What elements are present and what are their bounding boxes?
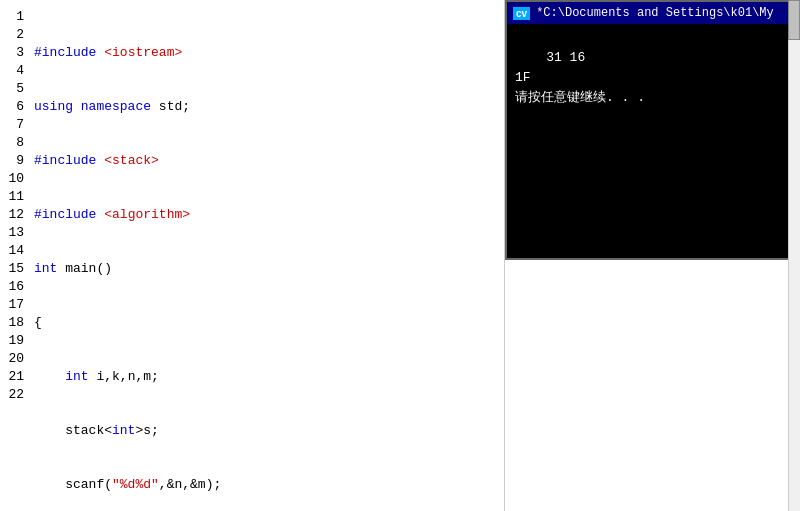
code-line-2: using namespace std; xyxy=(34,98,504,116)
terminal-line-1: 31 16 xyxy=(546,50,585,65)
scrollbar[interactable] xyxy=(788,0,800,511)
code-line-7: int i,k,n,m; xyxy=(34,368,504,386)
code-line-8: stack<int>s; xyxy=(34,422,504,440)
cv-icon: cv xyxy=(513,7,530,20)
terminal-titlebar: cv *C:\Documents and Settings\k01\My xyxy=(507,2,798,24)
code-line-1: #include <iostream> xyxy=(34,44,504,62)
terminal-line-2: 1F xyxy=(515,70,531,85)
code-line-6: { xyxy=(34,314,504,332)
terminal-body: 31 16 1F 请按任意键继续. . . xyxy=(507,24,798,258)
line-numbers: 1 2 3 4 5 6 7 8 9 10 11 12 13 14 15 16 1… xyxy=(0,8,28,511)
terminal-line-3: 请按任意键继续. . . xyxy=(515,90,645,105)
code-line-3: #include <stack> xyxy=(34,152,504,170)
code-lines[interactable]: #include <iostream> using namespace std;… xyxy=(28,8,504,511)
terminal-window[interactable]: cv *C:\Documents and Settings\k01\My 31 … xyxy=(505,0,800,260)
code-line-9: scanf("%d%d",&n,&m); xyxy=(34,476,504,494)
terminal-title: *C:\Documents and Settings\k01\My xyxy=(536,6,774,20)
scrollbar-thumb[interactable] xyxy=(788,0,800,40)
code-editor[interactable]: 1 2 3 4 5 6 7 8 9 10 11 12 13 14 15 16 1… xyxy=(0,0,505,511)
code-line-4: #include <algorithm> xyxy=(34,206,504,224)
code-line-5: int main() xyxy=(34,260,504,278)
